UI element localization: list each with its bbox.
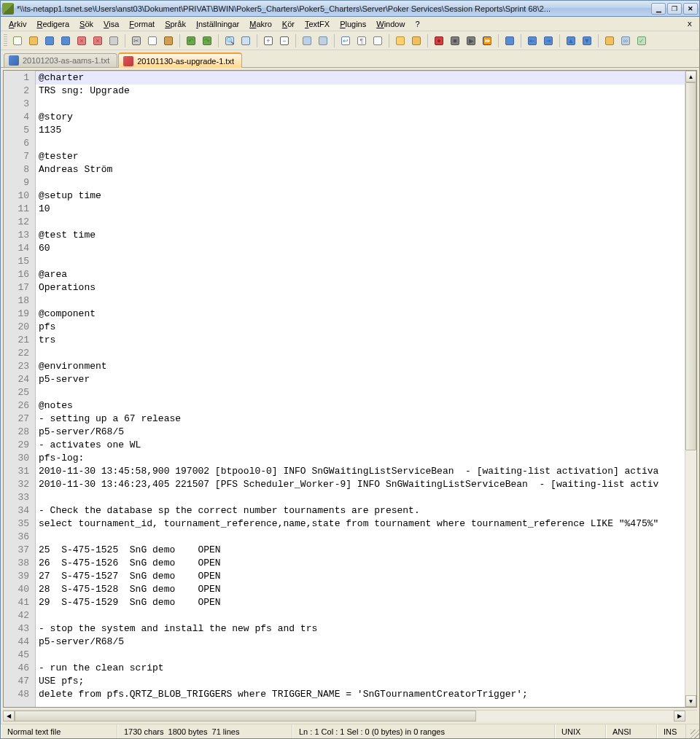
code-line[interactable]: select tournament_id, tournament_referen… xyxy=(36,517,685,531)
save-button[interactable] xyxy=(42,34,57,48)
horizontal-scrollbar[interactable]: ◀ ▶ xyxy=(3,710,697,722)
code-line[interactable]: @story xyxy=(36,111,685,124)
scroll-right-button[interactable]: ▶ xyxy=(674,711,685,722)
close-button[interactable]: × xyxy=(74,34,89,48)
close-all-button[interactable]: × xyxy=(90,34,105,48)
expand-button[interactable]: ▼ xyxy=(580,34,594,48)
resize-grip[interactable] xyxy=(686,724,699,738)
code-line[interactable]: 60 xyxy=(36,242,685,255)
code-line[interactable]: p5-server/R68/5 xyxy=(36,636,685,649)
lang-button[interactable] xyxy=(393,34,408,48)
code-line[interactable]: @environment xyxy=(36,360,685,373)
paste-button[interactable] xyxy=(161,34,176,48)
menu-sök[interactable]: Sök xyxy=(74,18,98,30)
explorer-button[interactable] xyxy=(602,34,617,48)
save-all-button[interactable] xyxy=(58,34,73,48)
scroll-down-button[interactable]: ▼ xyxy=(685,695,696,707)
vertical-scrollbar[interactable]: ▲ ▼ xyxy=(685,71,696,707)
new-button[interactable] xyxy=(10,34,25,48)
code-line[interactable]: @setup time xyxy=(36,189,685,203)
code-line[interactable]: - activates one WL xyxy=(36,439,685,452)
spell-button[interactable]: ✓ xyxy=(634,34,649,48)
code-line[interactable]: 27 S-475-1527 SnG demo OPEN xyxy=(36,570,685,583)
code-line[interactable] xyxy=(36,531,685,544)
indent-guide-button[interactable] xyxy=(370,34,385,48)
code-line[interactable]: 2010-11-30 13:45:58,900 197002 [btpool0-… xyxy=(36,465,685,478)
play-multi-button[interactable]: ⏩ xyxy=(480,34,494,48)
hscroll-track[interactable] xyxy=(15,711,674,722)
scroll-up-button[interactable]: ▲ xyxy=(685,71,696,82)
code-line[interactable]: trs xyxy=(36,334,685,347)
code-line[interactable] xyxy=(36,176,685,189)
copy-button[interactable] xyxy=(145,34,160,48)
menu-?[interactable]: ? xyxy=(410,18,424,30)
save-macro-button[interactable] xyxy=(502,34,517,48)
code-line[interactable]: TRS sng: Upgrade xyxy=(36,85,685,98)
cut-button[interactable]: ✂ xyxy=(129,34,144,48)
code-line[interactable]: pfs xyxy=(36,321,685,334)
wrap-button[interactable]: ↩ xyxy=(338,34,353,48)
code-line[interactable]: @charter xyxy=(36,71,685,85)
vscroll-track[interactable] xyxy=(685,82,696,695)
menu-inställningar[interactable]: Inställningar xyxy=(191,18,244,30)
code-line[interactable] xyxy=(36,649,685,662)
code-line[interactable]: 25 S-475-1525 SnG demo OPEN xyxy=(36,544,685,557)
code-line[interactable]: @component xyxy=(36,308,685,321)
menu-textfx[interactable]: TextFX xyxy=(300,18,335,30)
code-line[interactable] xyxy=(36,491,685,504)
window-close-button[interactable]: ✕ xyxy=(683,3,698,15)
zoom-out-button[interactable]: − xyxy=(277,34,292,48)
menu-språk[interactable]: Språk xyxy=(160,18,191,30)
find-button[interactable]: 🔍 xyxy=(222,34,237,48)
menu-kör[interactable]: Kör xyxy=(277,18,300,30)
invisible-button[interactable]: ¶ xyxy=(354,34,369,48)
code-line[interactable] xyxy=(36,216,685,229)
record-button[interactable]: ● xyxy=(432,34,446,48)
print-button[interactable] xyxy=(106,34,121,48)
code-line[interactable]: 2010-11-30 13:46:23,405 221507 [PFS Sche… xyxy=(36,478,685,491)
collapse-button[interactable]: ▲ xyxy=(564,34,578,48)
code-line[interactable]: Andreas Ström xyxy=(36,163,685,176)
folder-button[interactable] xyxy=(409,34,424,48)
code-line[interactable] xyxy=(36,255,685,268)
code-line[interactable] xyxy=(36,137,685,150)
tab-0[interactable]: 20101203-as-aams-1.txt xyxy=(4,53,117,67)
toolbar-handle[interactable] xyxy=(4,34,7,47)
code-line[interactable]: 28 S-475-1528 SnG demo OPEN xyxy=(36,583,685,596)
code-line[interactable]: Operations xyxy=(36,281,685,294)
code-line[interactable]: 26 S-475-1526 SnG demo OPEN xyxy=(36,557,685,570)
link-button[interactable]: ∞ xyxy=(618,34,633,48)
tab-1[interactable]: 20101130-as-upgrade-1.txt xyxy=(118,52,242,68)
open-button[interactable] xyxy=(26,34,41,48)
code-line[interactable]: @test time xyxy=(36,229,685,242)
sync-h-button[interactable] xyxy=(316,34,330,48)
code-line[interactable]: 1135 xyxy=(36,124,685,137)
minimize-button[interactable]: ▁ xyxy=(651,3,666,15)
menu-arkiv[interactable]: Arkiv xyxy=(4,18,31,30)
doc-close-button[interactable]: x xyxy=(682,17,696,30)
code-line[interactable] xyxy=(36,609,685,622)
stop-button[interactable]: ■ xyxy=(448,34,462,48)
indent-button[interactable]: ⇥ xyxy=(541,34,556,48)
code-line[interactable] xyxy=(36,386,685,399)
code-line[interactable]: - run the clean script xyxy=(36,662,685,675)
menu-plugins[interactable]: Plugins xyxy=(335,18,371,30)
replace-button[interactable] xyxy=(238,34,253,48)
menu-format[interactable]: Format xyxy=(124,18,160,30)
hscroll-thumb[interactable] xyxy=(15,711,476,722)
undo-button[interactable]: ↶ xyxy=(184,34,198,48)
code-line[interactable]: @notes xyxy=(36,399,685,412)
menu-redigera[interactable]: Redigera xyxy=(31,18,74,30)
code-line[interactable]: p5-server/R68/5 xyxy=(36,426,685,439)
code-line[interactable]: p5-server xyxy=(36,373,685,386)
menu-window[interactable]: Window xyxy=(371,18,410,30)
sync-v-button[interactable] xyxy=(300,34,314,48)
menu-makro[interactable]: Makro xyxy=(244,18,277,30)
code-line[interactable]: - setting up a 67 release xyxy=(36,412,685,426)
code-line[interactable]: @area xyxy=(36,268,685,281)
play-button[interactable]: ▶ xyxy=(464,34,478,48)
code-line[interactable] xyxy=(36,98,685,111)
code-line[interactable]: - Check the database sp the correct numb… xyxy=(36,504,685,517)
code-line[interactable]: delete from pfs.QRTZ_BLOB_TRIGGERS where… xyxy=(36,688,685,701)
menu-visa[interactable]: Visa xyxy=(98,18,124,30)
